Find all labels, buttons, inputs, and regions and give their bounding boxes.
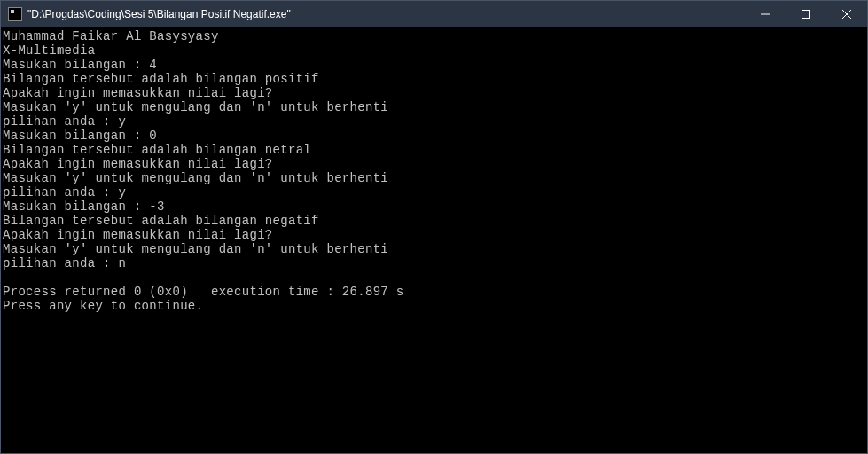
- close-icon: [842, 10, 851, 19]
- console-line: pilihan anda : y: [3, 114, 865, 129]
- minimize-icon: [761, 10, 770, 19]
- console-line: X-Multimedia: [3, 43, 865, 58]
- maximize-icon: [802, 10, 810, 19]
- console-line: Masukan bilangan : -3: [3, 200, 865, 214]
- console-line: Masukan bilangan : 4: [3, 58, 865, 72]
- window-title: "D:\Progdas\Coding\Sesi 5\Bilangan Posit…: [27, 8, 745, 20]
- console-line: Apakah ingin memasukkan nilai lagi?: [3, 157, 865, 171]
- console-line: pilihan anda : y: [3, 185, 865, 200]
- console-line: Apakah ingin memasukkan nilai lagi?: [3, 86, 865, 100]
- console-line: Press any key to continue.: [3, 299, 865, 313]
- console-line: Process returned 0 (0x0) execution time …: [3, 285, 865, 299]
- console-window: "D:\Progdas\Coding\Sesi 5\Bilangan Posit…: [0, 0, 868, 454]
- window-controls: [745, 1, 867, 27]
- console-line: pilihan anda : n: [3, 256, 865, 270]
- minimize-button[interactable]: [745, 1, 786, 27]
- close-button[interactable]: [826, 1, 867, 27]
- console-line: Bilangan tersebut adalah bilangan negati…: [3, 214, 865, 228]
- titlebar[interactable]: "D:\Progdas\Coding\Sesi 5\Bilangan Posit…: [1, 1, 867, 27]
- console-line: Muhammad Faikar Al Basysyasy: [3, 29, 865, 43]
- maximize-button[interactable]: [786, 1, 826, 27]
- app-icon: [8, 7, 22, 21]
- svg-rect-1: [802, 11, 810, 19]
- console-line: [3, 270, 865, 285]
- console-line: Masukan 'y' untuk mengulang dan 'n' untu…: [3, 242, 865, 256]
- console-line: Apakah ingin memasukkan nilai lagi?: [3, 228, 865, 242]
- console-output[interactable]: Muhammad Faikar Al BasysyasyX-Multimedia…: [1, 27, 867, 453]
- console-line: Bilangan tersebut adalah bilangan positi…: [3, 72, 865, 86]
- console-line: Masukan 'y' untuk mengulang dan 'n' untu…: [3, 100, 865, 114]
- console-line: Masukan 'y' untuk mengulang dan 'n' untu…: [3, 171, 865, 185]
- console-line: Bilangan tersebut adalah bilangan netral: [3, 143, 865, 157]
- console-line: Masukan bilangan : 0: [3, 129, 865, 143]
